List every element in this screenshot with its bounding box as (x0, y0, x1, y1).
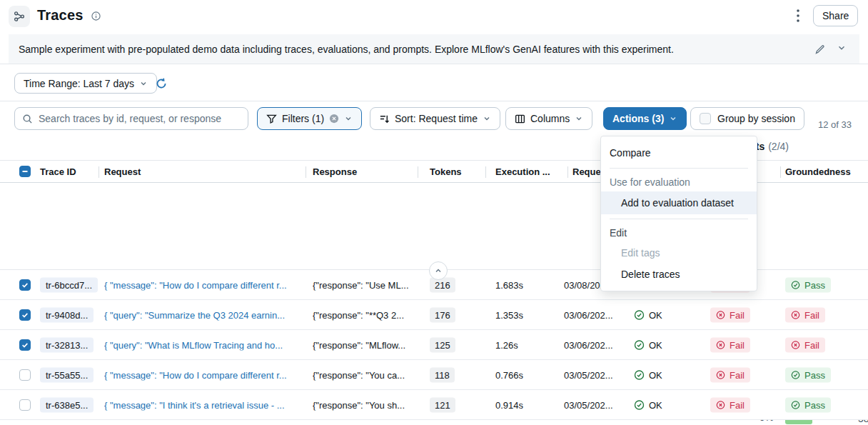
collapse-summary-button[interactable] (429, 261, 448, 280)
state-label: OK (649, 339, 662, 350)
response-text: {"response": "You sh... (313, 399, 420, 410)
request-link[interactable]: { "query": "Summarize the Q3 2024 earnin… (104, 309, 307, 320)
menu-item-add-to-evaluation-dataset[interactable]: Add to evaluation dataset (601, 191, 757, 214)
tokens-value: 121 (430, 397, 455, 412)
overflow-menu-icon[interactable] (789, 7, 807, 24)
response-text: {"response": "MLflow... (313, 339, 420, 350)
request-link[interactable]: { "message": "I think it's a retrieval i… (104, 399, 307, 410)
clear-filters-icon[interactable] (329, 114, 339, 124)
state-label: OK (649, 399, 662, 410)
ok-check-icon (634, 309, 645, 320)
request-time: 03/06/202... (564, 309, 630, 320)
response-text: {"response": "You ca... (313, 369, 420, 380)
actions-menu: Compare Use for evaluation Add to evalua… (600, 136, 757, 291)
experiment-banner: Sample experiment with pre-populated dem… (9, 34, 859, 64)
response-text: {"response": "**Q3 2... (313, 309, 420, 320)
chevron-down-icon (575, 114, 583, 123)
table-row[interactable]: tr-32813... { "query": "What is MLflow T… (0, 330, 868, 360)
filters-label: Filters (1) (282, 113, 324, 124)
trace-id-link[interactable]: tr-638e5... (40, 397, 94, 412)
menu-item-edit-tags[interactable]: Edit tags (601, 242, 757, 264)
assessment-badge: Fail (710, 367, 750, 382)
assessment-badge: Fail (710, 307, 750, 322)
state-label: OK (649, 369, 662, 380)
assessment-badge: Fail (710, 397, 750, 412)
sort-icon (379, 114, 390, 124)
request-time: 03/06/202... (564, 339, 630, 350)
tokens-value: 125 (430, 337, 455, 352)
col-execution[interactable]: Execution ... (495, 166, 550, 177)
tokens-value: 176 (430, 307, 455, 322)
traces-page: Traces Share Sample experiment with pre-… (0, 0, 868, 425)
filters-button[interactable]: Filters (1) (257, 107, 362, 130)
table-row[interactable]: tr-9408d... { "query": "Summarize the Q3… (0, 300, 868, 330)
banner-text: Sample experiment with pre-populated dem… (9, 44, 674, 55)
assessments-count: (2/4) (768, 141, 789, 152)
select-all-checkbox[interactable] (19, 166, 31, 177)
groundedness-badge: Pass (785, 367, 831, 382)
execution-time: 1.683s (495, 279, 523, 290)
request-time: 03/05/202... (564, 399, 630, 410)
search-box[interactable] (14, 107, 248, 130)
search-icon (22, 114, 33, 124)
sort-button[interactable]: Sort: Request time (370, 107, 500, 130)
menu-item-delete-traces[interactable]: Delete traces (601, 264, 757, 285)
search-input[interactable] (39, 113, 241, 124)
assessment-badge: Fail (710, 337, 750, 352)
group-by-session-toggle[interactable]: Group by session (690, 107, 804, 130)
refresh-button[interactable] (155, 77, 168, 90)
share-button[interactable]: Share (813, 5, 858, 26)
table-row[interactable]: tr-638e5... { "message": "I think it's a… (0, 390, 868, 420)
table-row[interactable]: tr-55a55... { "message": "How do I compa… (0, 360, 868, 390)
groundedness-badge: Fail (785, 337, 825, 352)
request-time: 03/05/202... (564, 369, 630, 380)
col-response[interactable]: Response (313, 166, 357, 177)
row-checkbox[interactable] (19, 369, 31, 381)
execution-time: 0.766s (495, 369, 523, 380)
col-groundedness[interactable]: Groundedness (785, 166, 851, 177)
menu-item-compare[interactable]: Compare (601, 142, 757, 164)
state-label: OK (649, 309, 662, 320)
groundedness-badge: Fail (785, 307, 825, 322)
row-checkbox[interactable] (19, 309, 31, 321)
execution-time: 1.353s (495, 309, 523, 320)
columns-button[interactable]: Columns (505, 107, 592, 130)
groundedness-badge: Pass (785, 277, 831, 292)
actions-button[interactable]: Actions (3) (603, 107, 687, 130)
col-tokens[interactable]: Tokens (430, 166, 462, 177)
request-link[interactable]: { "message": "How do I compare different… (104, 369, 307, 380)
request-link[interactable]: { "message": "How do I compare different… (104, 279, 307, 290)
chevron-down-icon (483, 114, 491, 123)
groundedness-badge: Pass (785, 397, 831, 412)
menu-group-edit: Edit (601, 224, 757, 242)
traces-icon (9, 6, 30, 27)
trace-id-link[interactable]: tr-9408d... (40, 307, 94, 322)
filter-funnel-icon (266, 114, 277, 124)
time-range-label: Time Range: Last 7 days (24, 78, 134, 89)
chevron-down-icon (669, 114, 677, 123)
row-checkbox[interactable] (19, 279, 31, 291)
trace-id-link[interactable]: tr-55a55... (40, 367, 94, 382)
time-range-select[interactable]: Time Range: Last 7 days (14, 73, 157, 94)
trace-id-link[interactable]: tr-32813... (40, 337, 94, 352)
col-request[interactable]: Request (104, 166, 141, 177)
col-trace-id[interactable]: Trace ID (40, 166, 76, 177)
page-title: Traces (37, 7, 84, 24)
sort-label: Sort: Request time (395, 113, 478, 124)
row-checkbox[interactable] (19, 339, 31, 351)
result-count: 12 of 33 (818, 119, 852, 130)
request-link[interactable]: { "query": "What is MLflow Tracing and h… (104, 339, 307, 350)
banner-expand-icon[interactable] (837, 43, 847, 53)
ok-check-icon (634, 399, 645, 410)
menu-divider (610, 219, 748, 219)
row-checkbox[interactable] (19, 399, 31, 411)
info-icon[interactable] (91, 11, 101, 21)
tokens-value: 216 (430, 277, 455, 292)
columns-icon (515, 114, 525, 124)
trace-id-link[interactable]: tr-6bccd7... (40, 277, 98, 292)
group-by-session-label: Group by session (717, 113, 795, 124)
chevron-down-icon (139, 79, 148, 88)
group-by-session-checkbox[interactable] (700, 113, 711, 124)
edit-description-icon[interactable] (811, 41, 829, 58)
divider (0, 64, 868, 64)
